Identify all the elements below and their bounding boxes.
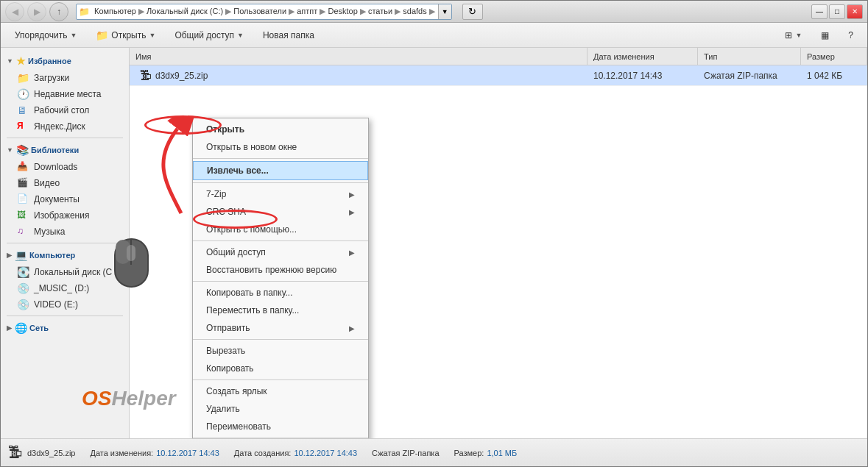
view-button[interactable]: ⊞ ▼ [777, 26, 810, 45]
address-path: Компьютер ▶ Локальный диск (C:) ▶ Пользо… [91, 7, 438, 16]
yandex-icon: Я [17, 121, 30, 132]
ctx-delete[interactable]: Удалить [193, 400, 368, 418]
sidebar-item-yandex[interactable]: Я Яндекс.Диск [1, 118, 129, 135]
status-filename: d3dx9_25.zip [27, 449, 75, 457]
sidebar-item-lib-downloads[interactable]: 📥 Downloads [1, 159, 129, 175]
sidebar-desktop-label: Рабочий стол [34, 105, 89, 115]
sidebar-item-desktop[interactable]: 🖥 Рабочий стол [1, 102, 129, 118]
maximize-button[interactable]: □ [829, 4, 845, 19]
libraries-header[interactable]: ▼ 📚 Библиотеки [1, 141, 129, 159]
sidebar-item-music-d[interactable]: 💿 _MUSIC_ (D:) [1, 280, 129, 296]
sidebar-disk-d-label: _MUSIC_ (D:) [34, 283, 89, 293]
file-type-cell: Сжатая ZIP-папка [698, 71, 801, 81]
computer-label: Компьютер [29, 251, 75, 260]
folder-icon: 📁 [96, 29, 108, 41]
network-header[interactable]: ▶ 🌐 Сеть [1, 319, 129, 337]
col-header-date[interactable]: Дата изменения [588, 48, 698, 65]
video-icon: 🎬 [17, 177, 30, 189]
favorites-header[interactable]: ▼ ★ Избранное [1, 52, 129, 70]
computer-arrow-icon: ▶ [7, 252, 12, 259]
new-folder-button[interactable]: Новая папка [255, 26, 322, 45]
sidebar-divider-3 [7, 316, 123, 316]
up-button[interactable]: ↑ [49, 2, 68, 21]
sidebar-item-images[interactable]: 🖼 Изображения [1, 207, 129, 224]
file-list-header: Имя Дата изменения Тип Размер [130, 48, 867, 65]
ctx-7zip[interactable]: 7-Zip ▶ [193, 185, 368, 203]
close-button[interactable]: ✕ [847, 4, 863, 19]
col-header-size[interactable]: Размер [801, 48, 867, 65]
sidebar-divider-1 [7, 138, 123, 138]
minimize-button[interactable]: — [811, 4, 828, 19]
path-disk[interactable]: Локальный диск (C:) [147, 7, 223, 15]
sidebar-item-recent[interactable]: 🕐 Недавние места [1, 86, 129, 102]
ctx-send[interactable]: Отправить ▶ [193, 319, 368, 337]
sidebar-recent-label: Недавние места [34, 89, 101, 99]
sidebar-downloads-label: Загрузки [34, 73, 69, 83]
sidebar-divider-2 [7, 243, 123, 243]
sidebar-images-label: Изображения [34, 210, 89, 221]
path-folder1[interactable]: статьи [368, 7, 392, 15]
ctx-send-arrow-icon: ▶ [349, 324, 355, 332]
help-button[interactable]: ? [840, 26, 861, 45]
status-created-value: 10.12.2017 14:43 [294, 449, 357, 457]
ctx-extract-all[interactable]: Извлечь все... [193, 161, 368, 180]
file-name-cell: 🗜 d3dx9_25.zip [130, 69, 588, 82]
favorites-arrow-icon: ▼ [7, 57, 13, 65]
main-area: ▼ ★ Избранное 📁 Загрузки 🕐 Недавние мест… [1, 48, 867, 438]
ctx-open[interactable]: Открыть [193, 121, 368, 138]
sidebar-item-docs[interactable]: 📄 Документы [1, 191, 129, 207]
ctx-open-with[interactable]: Открыть с помощью... [193, 221, 368, 238]
col-header-type[interactable]: Тип [698, 48, 801, 65]
address-dropdown-btn[interactable]: ▼ [438, 4, 451, 19]
sidebar-item-downloads[interactable]: 📁 Загрузки [1, 70, 129, 86]
ctx-share[interactable]: Общий доступ ▶ [193, 243, 368, 261]
path-user[interactable]: аптпт [297, 7, 317, 15]
ctx-copy[interactable]: Копировать [193, 360, 368, 377]
col-header-name[interactable]: Имя [130, 48, 588, 65]
path-users[interactable]: Пользователи [233, 7, 286, 15]
ctx-open-new-window[interactable]: Открыть в новом окне [193, 138, 368, 156]
ctx-cut[interactable]: Вырезать [193, 342, 368, 360]
ctx-move-to-folder[interactable]: Переместить в папку... [193, 302, 368, 319]
ctx-create-shortcut[interactable]: Создать ярлык [193, 382, 368, 400]
forward-button[interactable]: ▶ [27, 2, 46, 21]
details-button[interactable]: ▦ [813, 26, 837, 45]
ctx-rename[interactable]: Переименовать [193, 418, 368, 435]
disk-c-icon: 💽 [17, 266, 30, 278]
sidebar-item-video-e[interactable]: 💿 VIDEO (E:) [1, 296, 129, 313]
status-type-value: Сжатая ZIP-папка [372, 449, 439, 457]
details-icon: ▦ [821, 30, 829, 40]
share-button[interactable]: Общий доступ ▼ [166, 26, 252, 45]
refresh-button[interactable]: ↻ [462, 4, 483, 20]
status-type: Сжатая ZIP-папка [372, 449, 439, 457]
status-size: Размер: 1,01 МБ [454, 449, 518, 457]
ctx-share-label: Общий доступ [206, 247, 266, 257]
ctx-restore-version[interactable]: Восстановить прежнюю версию [193, 261, 368, 279]
sidebar-item-music[interactable]: ♫ Музыка [1, 224, 129, 240]
file-row[interactable]: 🗜 d3dx9_25.zip 10.12.2017 14:43 Сжатая Z… [130, 65, 867, 86]
address-bar[interactable]: 📁 Компьютер ▶ Локальный диск (C:) ▶ Поль… [76, 4, 452, 20]
desktop-icon: 🖥 [17, 104, 30, 116]
path-folder2[interactable]: sdafds [403, 7, 426, 15]
back-button[interactable]: ◀ [5, 2, 24, 21]
ctx-crcsha[interactable]: CRC SHA ▶ [193, 203, 368, 221]
network-arrow-icon: ▶ [7, 324, 12, 332]
open-button[interactable]: 📁 Открыть ▼ [88, 26, 163, 45]
ctx-send-label: Отправить [206, 323, 250, 333]
ctx-copy-to-folder[interactable]: Копировать в папку... [193, 284, 368, 302]
path-desktop[interactable]: Desktop [328, 7, 357, 15]
title-bar-left: ◀ ▶ ↑ 📁 Компьютер ▶ Локальный диск (C:) … [5, 2, 483, 21]
sidebar-lib-downloads-label: Downloads [34, 162, 77, 172]
context-menu: Открыть Открыть в новом окне Извлечь все… [192, 118, 369, 438]
sidebar-item-local-c[interactable]: 💽 Локальный диск (C [1, 264, 129, 280]
sidebar: ▼ ★ Избранное 📁 Загрузки 🕐 Недавние мест… [1, 48, 130, 438]
sidebar-item-video[interactable]: 🎬 Видео [1, 175, 129, 191]
docs-icon: 📄 [17, 193, 30, 205]
ctx-sep-3 [193, 240, 368, 241]
computer-header[interactable]: ▶ 💻 Компьютер [1, 246, 129, 264]
sidebar-disk-c-label: Локальный диск (C [34, 267, 112, 277]
share-label: Общий доступ [174, 30, 234, 40]
status-size-label: Размер: [454, 449, 484, 457]
organize-button[interactable]: Упорядочить ▼ [7, 26, 85, 45]
path-computer[interactable]: Компьютер [94, 7, 136, 15]
